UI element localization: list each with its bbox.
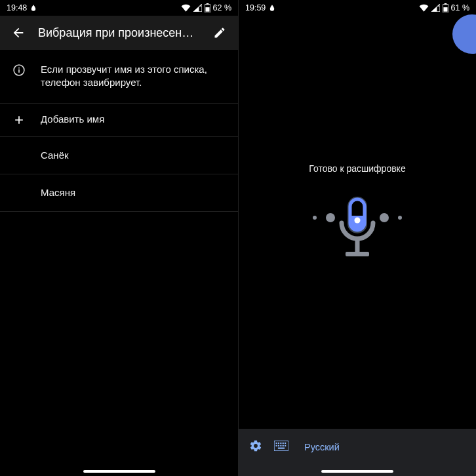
svg-rect-22 — [280, 445, 281, 446]
clock: 19:59 — [245, 3, 266, 12]
add-name-label: Добавить имя — [41, 113, 104, 126]
name-row[interactable]: Санёк — [0, 137, 238, 174]
svg-rect-18 — [283, 443, 284, 444]
notification-drop-icon — [269, 5, 275, 11]
plus-icon — [12, 113, 26, 127]
svg-rect-5 — [18, 69, 20, 73]
svg-rect-20 — [276, 445, 277, 446]
ready-label: Готово к расшифровке — [309, 163, 405, 174]
svg-rect-17 — [280, 443, 281, 444]
svg-rect-3 — [205, 7, 209, 12]
svg-rect-16 — [278, 443, 279, 444]
app-bar: Вибрация при произнесен… — [0, 16, 238, 50]
edit-button[interactable] — [207, 20, 233, 46]
sound-dot — [398, 216, 402, 220]
svg-rect-21 — [278, 445, 279, 446]
status-bar: 19:59 4 61 % — [239, 0, 476, 16]
home-indicator[interactable] — [83, 470, 155, 473]
transcribe-area: Готово к расшифровке — [239, 16, 476, 476]
language-button[interactable]: Русский — [304, 442, 340, 452]
notification-drop-icon — [31, 5, 36, 11]
info-icon — [12, 63, 26, 77]
bottom-bar: Русский — [239, 429, 476, 476]
svg-rect-9 — [444, 3, 446, 5]
signal-icon: 4 — [193, 4, 202, 12]
svg-rect-15 — [276, 443, 277, 444]
svg-point-11 — [355, 218, 361, 224]
sound-dot — [326, 213, 335, 222]
svg-rect-25 — [278, 448, 285, 449]
info-row: Если прозвучит имя из этого списка, теле… — [0, 50, 238, 104]
sound-dot — [313, 216, 317, 220]
battery-percent: 62 % — [213, 3, 232, 12]
clock: 19:48 — [7, 3, 27, 12]
wifi-icon — [181, 4, 191, 12]
right-screen: 19:59 4 61 % Готово к расшифровке — [238, 0, 476, 476]
home-indicator[interactable] — [321, 470, 393, 473]
svg-rect-19 — [285, 443, 286, 444]
battery-icon — [443, 3, 448, 12]
add-name-row[interactable]: Добавить имя — [0, 104, 238, 137]
mic-icon — [331, 194, 384, 273]
signal-icon: 4 — [431, 4, 440, 12]
status-bar: 19:48 4 62 % — [0, 0, 238, 16]
svg-rect-6 — [18, 68, 20, 69]
page-title: Вибрация при произнесен… — [38, 26, 200, 40]
battery-icon — [205, 3, 210, 12]
svg-rect-12 — [355, 237, 360, 252]
sound-dot — [380, 213, 389, 222]
pencil-icon — [213, 26, 226, 39]
info-text: Если прозвучит имя из этого списка, теле… — [41, 63, 226, 90]
svg-rect-10 — [443, 7, 447, 12]
microphone[interactable] — [298, 191, 416, 276]
name-label: Масяня — [41, 186, 75, 199]
svg-rect-2 — [206, 3, 208, 5]
back-button[interactable] — [5, 20, 31, 46]
svg-rect-24 — [285, 445, 286, 446]
left-screen: 19:48 4 62 % Вибрация при произнесен… Ес… — [0, 0, 238, 476]
settings-button[interactable] — [249, 439, 262, 455]
battery-percent: 61 % — [451, 3, 470, 12]
keyboard-button[interactable] — [274, 441, 288, 454]
svg-rect-23 — [283, 445, 284, 446]
name-label: Санёк — [41, 149, 69, 162]
gear-icon — [249, 439, 262, 452]
wifi-icon — [419, 4, 429, 12]
svg-rect-13 — [346, 252, 369, 256]
name-row[interactable]: Масяня — [0, 174, 238, 212]
arrow-back-icon — [11, 26, 26, 40]
keyboard-icon — [274, 441, 288, 451]
